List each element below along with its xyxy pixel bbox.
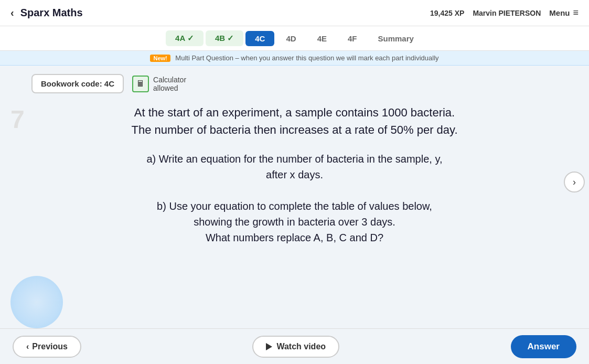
part-b-line3: What numbers replace A, B, C and D?	[31, 230, 558, 245]
calculator-text: Calculator allowed	[153, 76, 186, 92]
question-line2: The number of bacteria then increases at…	[31, 121, 558, 138]
bookwork-row: Bookwork code: 4C 🖩 Calculator allowed	[31, 74, 558, 93]
tab-bar: 4A ✓ 4B ✓ 4C 4D 4E 4F Summary	[0, 26, 589, 51]
header-left: ‹ Sparx Maths	[10, 7, 83, 19]
hamburger-icon: ≡	[573, 7, 579, 18]
tab-4E[interactable]: 4E	[308, 31, 336, 46]
tab-4A[interactable]: 4A ✓	[166, 30, 204, 46]
part-b: b) Use your equation to complete the tab…	[31, 198, 558, 245]
answer-button[interactable]: Answer	[511, 335, 576, 358]
banner-text: Multi Part Question – when you answer th…	[175, 54, 438, 62]
menu-button[interactable]: Menu ≡	[549, 7, 579, 18]
tab-4C[interactable]: 4C	[245, 31, 274, 46]
new-badge: New!	[150, 55, 170, 62]
bookwork-code-button: Bookwork code: 4C	[31, 74, 124, 93]
check-icon-4B: ✓	[227, 34, 234, 42]
calculator-info: 🖩 Calculator allowed	[132, 76, 186, 92]
right-nav-button[interactable]: ›	[564, 172, 585, 192]
previous-label: Previous	[32, 342, 68, 351]
app-title: Sparx Maths	[20, 7, 83, 19]
tab-summary[interactable]: Summary	[369, 31, 423, 46]
question-main: At the start of an experiment, a sample …	[31, 104, 558, 138]
user-name: Marvin PIETERSON	[473, 9, 541, 17]
part-a: a) Write an equation for the number of b…	[31, 151, 558, 183]
calculator-line1: Calculator	[153, 76, 186, 84]
watch-video-label: Watch video	[276, 342, 326, 351]
header: ‹ Sparx Maths 19,425 XP Marvin PIETERSON…	[0, 0, 589, 26]
question-line1: At the start of an experiment, a sample …	[31, 104, 558, 121]
tab-4B[interactable]: 4B ✓	[206, 30, 243, 46]
calculator-icon: 🖩	[132, 76, 149, 92]
tab-4F[interactable]: 4F	[338, 31, 367, 46]
part-b-line2: showing the growth in bacteria over 3 da…	[31, 214, 558, 230]
part-a-line2: after x days.	[31, 167, 558, 183]
main-content: Bookwork code: 4C 🖩 Calculator allowed A…	[0, 66, 589, 338]
menu-label: Menu	[549, 8, 570, 17]
watch-video-button[interactable]: Watch video	[252, 336, 339, 358]
check-icon-4A: ✓	[187, 34, 194, 42]
header-right: 19,425 XP Marvin PIETERSON Menu ≡	[430, 7, 579, 18]
new-banner: New! Multi Part Question – when you answ…	[0, 51, 589, 66]
calculator-line2: allowed	[153, 84, 186, 92]
previous-button[interactable]: ‹ Previous	[13, 336, 81, 358]
tab-4D[interactable]: 4D	[276, 31, 305, 46]
part-a-line1: a) Write an equation for the number of b…	[31, 151, 558, 167]
xp-display: 19,425 XP	[430, 9, 464, 17]
back-arrow[interactable]: ‹	[10, 7, 14, 19]
bottom-bar: ‹ Previous Watch video Answer	[0, 328, 589, 364]
video-play-icon	[266, 343, 272, 350]
side-number: 7	[10, 105, 25, 134]
previous-arrow-icon: ‹	[26, 342, 29, 351]
part-b-line1: b) Use your equation to complete the tab…	[31, 198, 558, 214]
